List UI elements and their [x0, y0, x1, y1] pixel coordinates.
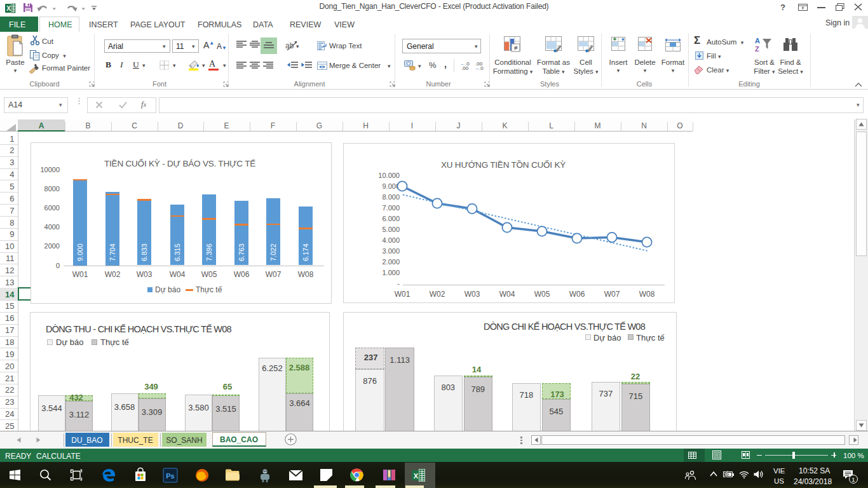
- svg-text:X: X: [414, 472, 419, 480]
- svg-text:Ps: Ps: [166, 472, 174, 480]
